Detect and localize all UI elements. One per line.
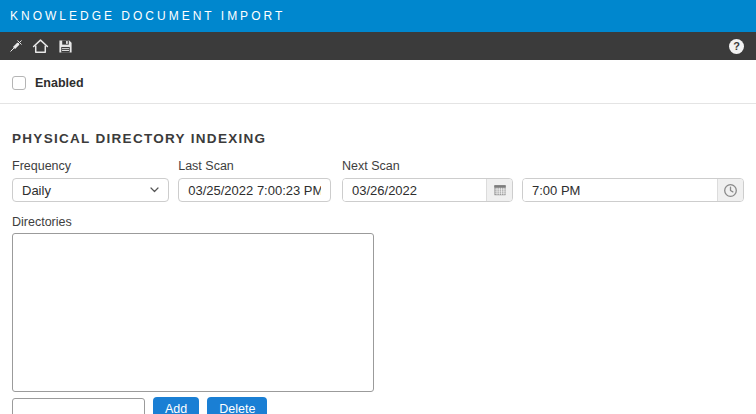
next-scan-controls xyxy=(342,178,744,202)
next-scan-date-input[interactable] xyxy=(343,179,486,201)
pin-icon[interactable] xyxy=(7,38,24,55)
frequency-field: Frequency Daily xyxy=(12,159,169,202)
save-icon[interactable] xyxy=(57,38,74,55)
page-title: KNOWLEDGE DOCUMENT IMPORT xyxy=(10,9,285,23)
directory-input[interactable] xyxy=(12,398,145,414)
divider xyxy=(0,103,756,104)
last-scan-input[interactable] xyxy=(178,178,331,202)
delete-button[interactable]: Delete xyxy=(207,397,267,414)
enabled-label: Enabled xyxy=(35,76,84,90)
directories-actions: Add Delete xyxy=(12,397,744,414)
frequency-selected-value: Daily xyxy=(22,183,51,198)
calendar-icon[interactable] xyxy=(486,179,512,201)
directories-label: Directories xyxy=(12,215,744,229)
clock-icon[interactable] xyxy=(717,179,743,201)
add-button[interactable]: Add xyxy=(153,397,199,414)
next-scan-label: Next Scan xyxy=(342,159,744,173)
enabled-checkbox[interactable] xyxy=(12,76,26,90)
section-title: PHYSICAL DIRECTORY INDEXING xyxy=(12,131,744,146)
home-icon[interactable] xyxy=(32,38,49,55)
next-scan-time-group xyxy=(522,178,744,202)
scan-settings-row: Frequency Daily Last Scan Next Scan xyxy=(12,159,744,202)
next-scan-time-input[interactable] xyxy=(523,179,717,201)
app-header: KNOWLEDGE DOCUMENT IMPORT xyxy=(0,0,756,32)
toolbar: ? xyxy=(0,32,756,60)
next-scan-field: Next Scan xyxy=(342,159,744,202)
next-scan-date-group xyxy=(342,178,513,202)
last-scan-label: Last Scan xyxy=(178,159,331,173)
last-scan-field: Last Scan xyxy=(178,159,331,202)
frequency-select[interactable]: Daily xyxy=(12,178,169,202)
frequency-label: Frequency xyxy=(12,159,169,173)
help-icon[interactable]: ? xyxy=(729,39,744,54)
directories-listbox[interactable] xyxy=(12,233,374,392)
chevron-down-icon xyxy=(150,187,159,193)
enabled-row: Enabled xyxy=(12,76,744,90)
